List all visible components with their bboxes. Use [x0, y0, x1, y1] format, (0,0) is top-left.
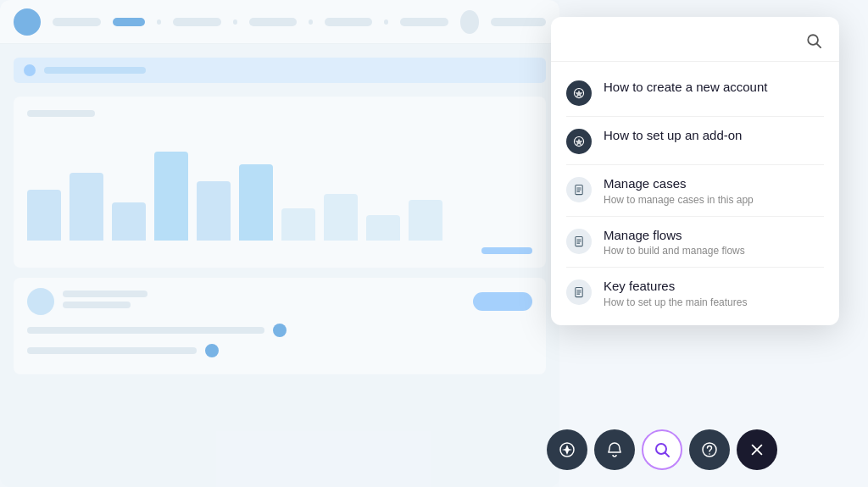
list-bar-dot-2 — [205, 344, 219, 357]
result-subtitle-3: How to manage cases in this app — [604, 194, 824, 206]
list-row-1 — [27, 288, 532, 315]
list-button-1 — [473, 292, 532, 311]
result-item-2[interactable]: How to set up an add-on — [551, 117, 839, 164]
nav-avatar — [460, 10, 480, 34]
list-bar-line-2 — [27, 347, 197, 354]
bar-6 — [239, 164, 273, 241]
bar-2 — [70, 173, 103, 241]
result-item-5[interactable]: Key features How to set up the main feat… — [551, 268, 839, 318]
search-submit-icon[interactable] — [804, 30, 824, 51]
svg-marker-3 — [575, 91, 583, 97]
svg-marker-5 — [575, 139, 583, 146]
svg-line-21 — [665, 453, 670, 457]
bar-3 — [112, 202, 146, 241]
search-input-row[interactable]: How to| — [551, 17, 839, 62]
nav-pill-2 — [173, 18, 221, 26]
nav-dot-4 — [384, 19, 388, 25]
list-line-1b — [63, 302, 131, 308]
result-icon-4 — [566, 229, 592, 254]
nav-dot-2 — [233, 19, 237, 25]
results-list: How to create a new account How to set u… — [551, 62, 839, 325]
nav-bar — [0, 0, 559, 44]
result-item-3[interactable]: Manage cases How to manage cases in this… — [551, 165, 839, 216]
chart-label — [27, 110, 95, 117]
bar-10 — [409, 200, 442, 241]
search-input[interactable]: How to| — [566, 32, 804, 49]
result-icon-5 — [566, 279, 592, 305]
help-button[interactable] — [689, 429, 730, 470]
chart-footer-pill — [481, 247, 532, 254]
header-line — [44, 67, 146, 74]
result-title-5: Key features — [604, 278, 824, 295]
nav-dot-3 — [309, 19, 313, 25]
list-bar-dot-1 — [273, 324, 287, 337]
bar-9 — [366, 215, 400, 241]
nav-pill-3 — [249, 18, 298, 26]
header-dot — [24, 64, 36, 76]
result-title-1: How to create a new account — [604, 79, 824, 96]
svg-point-23 — [709, 453, 710, 455]
compass-button[interactable] — [547, 429, 587, 470]
result-title-4: Manage flows — [604, 227, 824, 244]
chart-footer — [27, 247, 532, 254]
result-text-1: How to create a new account — [604, 79, 824, 96]
result-item-4[interactable]: Manage flows How to build and manage flo… — [551, 217, 839, 268]
search-button[interactable] — [642, 429, 682, 470]
result-title-3: Manage cases — [604, 175, 824, 192]
bar-4 — [154, 152, 188, 241]
result-text-2: How to set up an add-on — [604, 127, 824, 144]
bar-chart — [27, 130, 532, 241]
result-text-5: Key features How to set up the main feat… — [604, 278, 824, 308]
result-subtitle-4: How to build and manage flows — [604, 245, 824, 257]
bar-1 — [27, 190, 61, 241]
nav-pill-5 — [400, 18, 448, 26]
dashboard-content — [0, 44, 559, 388]
close-button[interactable] — [737, 429, 777, 470]
svg-marker-19 — [562, 445, 572, 455]
nav-pill-1 — [53, 18, 101, 26]
bar-5 — [197, 181, 231, 241]
result-icon-2 — [566, 129, 592, 154]
bar-7 — [281, 208, 315, 241]
list-avatar-1 — [27, 288, 54, 315]
bottom-toolbar — [547, 429, 777, 470]
list-line-1a — [63, 291, 147, 297]
bell-button[interactable] — [594, 429, 635, 470]
nav-dot-1 — [157, 19, 161, 25]
result-text-4: Manage flows How to build and manage flo… — [604, 227, 824, 257]
chart-section — [14, 97, 546, 268]
result-text-3: Manage cases How to manage cases in this… — [604, 175, 824, 206]
result-title-2: How to set up an add-on — [604, 127, 824, 144]
nav-pill-active — [113, 18, 146, 26]
list-lines-1 — [63, 291, 465, 313]
result-item-1[interactable]: How to create a new account — [551, 69, 839, 116]
list-bar-row-2 — [27, 344, 532, 357]
dashboard-header-bar — [14, 58, 546, 83]
search-panel: How to| How to create a new account — [551, 17, 839, 325]
result-subtitle-5: How to set up the main features — [604, 296, 824, 308]
svg-line-1 — [817, 44, 821, 48]
nav-pill-right — [491, 18, 546, 26]
list-section — [14, 278, 546, 374]
bar-8 — [324, 194, 358, 241]
nav-pill-4 — [325, 18, 373, 26]
dashboard-background — [0, 0, 559, 487]
list-bar-line-1 — [27, 327, 264, 334]
salesforce-logo — [14, 8, 41, 36]
list-bar-row-1 — [27, 324, 532, 337]
result-icon-1 — [566, 80, 592, 106]
result-icon-3 — [566, 177, 592, 202]
